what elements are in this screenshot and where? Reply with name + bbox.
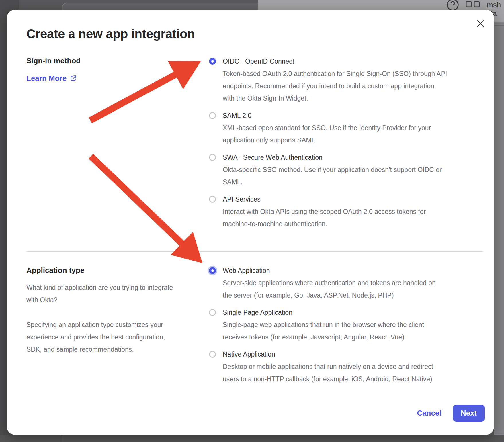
radio-oidc-selected[interactable] — [209, 58, 216, 65]
close-button[interactable] — [474, 17, 487, 30]
application-type-note: Specifying an application type customize… — [26, 319, 206, 356]
close-icon — [476, 19, 485, 28]
section-divider — [26, 251, 483, 252]
apps-grid-icon — [466, 1, 480, 9]
option-api-services-description: Interact with Okta APIs using the scoped… — [223, 206, 426, 230]
option-oidc-description: Token-based OAuth 2.0 authentication for… — [223, 68, 447, 105]
option-saml-title: SAML 2.0 — [223, 109, 431, 122]
radio-api-services[interactable] — [209, 196, 216, 203]
radio-single-page-application[interactable] — [209, 309, 216, 316]
radio-saml[interactable] — [209, 112, 216, 119]
option-web-application-title: Web Application — [223, 265, 436, 277]
option-api-services[interactable]: API Services Interact with Okta APIs usi… — [209, 193, 486, 230]
option-saml[interactable]: SAML 2.0 XML-based open standard for SSO… — [209, 109, 486, 146]
option-single-page-application-description: Single-page web applications that run in… — [223, 319, 424, 343]
create-app-integration-dialog: Create a new app integration Sign-in met… — [7, 10, 494, 435]
learn-more-label: Learn More — [26, 73, 67, 83]
option-oidc[interactable]: OIDC - OpenID Connect Token-based OAuth … — [209, 55, 486, 105]
option-native-application-title: Native Application — [223, 348, 433, 361]
account-text-line1: msh — [487, 1, 501, 9]
option-swa[interactable]: SWA - Secure Web Authentication Okta-spe… — [209, 151, 486, 188]
background-right-strip — [494, 22, 504, 435]
option-single-page-application[interactable]: Single-Page Application Single-page web … — [209, 306, 486, 343]
option-swa-title: SWA - Secure Web Authentication — [223, 151, 442, 164]
radio-swa[interactable] — [209, 154, 216, 161]
external-link-icon — [70, 75, 77, 82]
cancel-button[interactable]: Cancel — [417, 409, 441, 418]
option-web-application[interactable]: Web Application Server-side applications… — [209, 265, 486, 302]
option-native-application[interactable]: Native Application Desktop or mobile app… — [209, 348, 486, 385]
dialog-footer: Cancel Next — [417, 405, 485, 422]
background-bottom-divider — [62, 435, 62, 442]
learn-more-link[interactable]: Learn More — [26, 73, 77, 83]
option-api-services-title: API Services — [223, 193, 426, 206]
background-bottom-strip — [0, 435, 504, 442]
next-button[interactable]: Next — [453, 405, 485, 422]
application-type-question: What kind of application are you trying … — [26, 281, 206, 306]
radio-web-application-selected[interactable] — [209, 267, 216, 274]
application-type-options: Web Application Server-side applications… — [209, 265, 486, 390]
option-swa-description: Okta-specific SSO method. Use if your ap… — [223, 164, 442, 188]
signin-method-options: OIDC - OpenID Connect Token-based OAuth … — [209, 55, 486, 235]
option-saml-description: XML-based open standard for SSO. Use if … — [223, 122, 431, 146]
option-oidc-title: OIDC - OpenID Connect — [223, 55, 447, 68]
option-single-page-application-title: Single-Page Application — [223, 306, 424, 319]
signin-method-heading: Sign-in method — [26, 56, 81, 66]
option-native-application-description: Desktop or mobile applications that run … — [223, 361, 433, 385]
application-type-heading: Application type — [26, 265, 84, 275]
dialog-title: Create a new app integration — [26, 26, 195, 42]
background-header-border — [494, 25, 504, 26]
radio-native-application[interactable] — [209, 351, 216, 358]
option-web-application-description: Server-side applications where authentic… — [223, 277, 436, 302]
